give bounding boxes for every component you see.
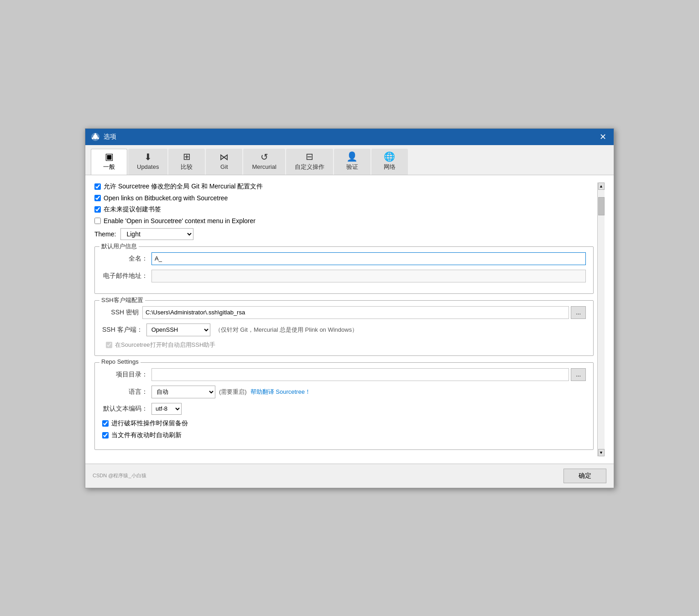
compare-icon: ⊞ xyxy=(183,152,191,161)
checkbox-bookmark[interactable] xyxy=(94,206,101,213)
ssh-client-note: （仅针对 Git，Mercurial 总是使用 Plink on Windows… xyxy=(215,326,358,334)
tab-general[interactable]: ▣ 一般 xyxy=(91,149,127,175)
git-icon: ⋈ xyxy=(219,152,229,162)
title-bar-left: 选项 xyxy=(91,132,116,141)
footer: CSDN @程序猿_小白猿 确定 xyxy=(85,464,614,488)
ssh-group: SSH客户端配置 SSH 密钥 ... SSH 客户端： OpenSSH PuT… xyxy=(94,300,594,356)
checkbox-bitbucket-label: Open links on Bitbucket.org with Sourcet… xyxy=(104,194,228,202)
fullname-input[interactable] xyxy=(151,252,586,265)
scrollbar: ▲ ▼ xyxy=(597,183,605,456)
email-row: 电子邮件地址： xyxy=(102,270,586,282)
svg-point-2 xyxy=(94,133,96,135)
ssh-key-label: SSH 密钥 xyxy=(102,308,139,317)
language-note: (需要重启) xyxy=(219,388,247,396)
tab-compare[interactable]: ⊞ 比较 xyxy=(168,149,205,175)
ssh-client-select-group: OpenSSH PuTTY/Plink （仅针对 Git，Mercurial 总… xyxy=(146,324,358,336)
window-title: 选项 xyxy=(104,133,116,141)
tab-custom-actions[interactable]: ⊟ 自定义操作 xyxy=(286,149,333,175)
checkbox-row-1: 允许 Sourcetree 修改您的全局 Git 和 Mercurial 配置文… xyxy=(94,183,594,191)
project-dir-label: 项目目录： xyxy=(102,371,148,379)
language-select[interactable]: 自动 English 中文(简体) 中文(繁體) 日本語 xyxy=(151,386,215,398)
fullname-label: 全名： xyxy=(102,255,148,263)
email-label: 电子邮件地址： xyxy=(102,272,148,280)
custom-actions-icon: ⊟ xyxy=(306,152,313,161)
tab-auth-label: 验证 xyxy=(346,163,358,171)
fullname-row: 全名： xyxy=(102,252,586,265)
options-window: 选项 ✕ ▣ 一般 ⬇ Updates ⊞ 比较 ⋈ Git ↺ Mercuri… xyxy=(85,128,614,488)
ssh-group-title: SSH客户端配置 xyxy=(99,296,145,304)
checkbox-context-menu-label: Enable 'Open in Sourcetree' context menu… xyxy=(104,217,256,224)
encoding-row: 默认文本编码： utf-8 gbk utf-16 latin-1 xyxy=(102,403,586,415)
tab-network-label: 网络 xyxy=(384,163,396,171)
checkbox-row-3: 在未来提议创建书签 xyxy=(94,205,594,214)
backup-label: 进行破坏性操作时保留备份 xyxy=(111,419,188,428)
network-icon: 🌐 xyxy=(384,152,395,161)
content-area: 允许 Sourcetree 修改您的全局 Git 和 Mercurial 配置文… xyxy=(85,175,614,464)
footer-note: CSDN @程序猿_小白猿 xyxy=(93,472,146,479)
scrollbar-thumb[interactable] xyxy=(598,197,605,215)
ssh-auto-checkbox[interactable] xyxy=(106,342,112,348)
project-dir-input[interactable] xyxy=(151,368,569,381)
project-dir-input-group: ... xyxy=(151,368,586,381)
ssh-auto-row: 在Sourcetree打开时自动启用SSH助手 xyxy=(102,341,586,349)
tab-updates-label: Updates xyxy=(137,163,159,170)
theme-row: Theme: Light Dark System xyxy=(94,228,594,240)
general-icon: ▣ xyxy=(105,152,114,161)
tab-compare-label: 比较 xyxy=(181,163,193,171)
checkbox-row-2: Open links on Bitbucket.org with Sourcet… xyxy=(94,194,594,202)
tab-network[interactable]: 🌐 网络 xyxy=(371,149,408,175)
ssh-key-input[interactable] xyxy=(142,306,569,319)
autorefresh-checkbox[interactable] xyxy=(102,432,109,439)
encoding-select[interactable]: utf-8 gbk utf-16 latin-1 xyxy=(151,403,182,415)
tab-git-label: Git xyxy=(220,163,228,170)
main-content: 允许 Sourcetree 修改您的全局 Git 和 Mercurial 配置文… xyxy=(94,183,597,456)
tab-general-label: 一般 xyxy=(103,163,115,171)
checkbox-context-menu[interactable] xyxy=(94,218,101,224)
project-dir-browse-button[interactable]: ... xyxy=(571,368,586,381)
backup-checkbox[interactable] xyxy=(102,420,109,427)
email-input[interactable] xyxy=(151,270,586,282)
svg-point-4 xyxy=(92,137,94,139)
updates-icon: ⬇ xyxy=(144,152,152,162)
tab-updates[interactable]: ⬇ Updates xyxy=(128,149,167,175)
svg-point-1 xyxy=(93,135,98,139)
title-bar: 选项 ✕ xyxy=(85,129,614,145)
autorefresh-label: 当文件有改动时自动刷新 xyxy=(111,431,182,439)
auth-icon: 👤 xyxy=(346,152,358,161)
scroll-down-arrow[interactable]: ▼ xyxy=(598,449,605,456)
checkbox-git-mercurial-label: 允许 Sourcetree 修改您的全局 Git 和 Mercurial 配置文… xyxy=(104,183,263,191)
language-row: 语言： 自动 English 中文(简体) 中文(繁體) 日本語 (需要重启) … xyxy=(102,386,586,398)
backup-row: 进行破坏性操作时保留备份 xyxy=(102,419,586,428)
translate-link[interactable]: 帮助翻译 Sourcetree！ xyxy=(250,388,311,396)
ssh-key-row: SSH 密钥 ... xyxy=(102,306,586,319)
close-button[interactable]: ✕ xyxy=(598,133,608,141)
ssh-client-row: SSH 客户端： OpenSSH PuTTY/Plink （仅针对 Git，Me… xyxy=(102,324,586,336)
tab-git[interactable]: ⋈ Git xyxy=(206,149,242,175)
ssh-auto-label: 在Sourcetree打开时自动启用SSH助手 xyxy=(115,341,215,349)
tab-mercurial[interactable]: ↺ Mercurial xyxy=(243,149,285,175)
project-dir-row: 项目目录： ... xyxy=(102,368,586,381)
default-user-group: 默认用户信息 全名： 电子邮件地址： xyxy=(94,246,594,294)
encoding-label: 默认文本编码： xyxy=(102,405,148,413)
checkbox-row-4: Enable 'Open in Sourcetree' context menu… xyxy=(94,217,594,224)
tab-custom-actions-label: 自定义操作 xyxy=(295,163,324,171)
ssh-key-browse-button[interactable]: ... xyxy=(571,306,586,319)
checkbox-bookmark-label: 在未来提议创建书签 xyxy=(104,205,161,214)
scroll-up-arrow[interactable]: ▲ xyxy=(598,183,605,190)
default-user-group-title: 默认用户信息 xyxy=(99,242,139,251)
tab-auth[interactable]: 👤 验证 xyxy=(334,149,370,175)
checkbox-bitbucket[interactable] xyxy=(94,195,101,201)
checkbox-git-mercurial[interactable] xyxy=(94,183,101,190)
ssh-key-input-group: ... xyxy=(142,306,586,319)
language-label: 语言： xyxy=(102,388,148,396)
theme-label: Theme: xyxy=(94,230,116,238)
repo-settings-group-title: Repo Settings xyxy=(99,358,141,365)
theme-select[interactable]: Light Dark System xyxy=(120,228,193,240)
ssh-client-select[interactable]: OpenSSH PuTTY/Plink xyxy=(146,324,210,336)
language-select-group: 自动 English 中文(简体) 中文(繁體) 日本語 (需要重启) 帮助翻译… xyxy=(151,386,311,398)
svg-point-3 xyxy=(97,137,99,139)
tabs-bar: ▣ 一般 ⬇ Updates ⊞ 比较 ⋈ Git ↺ Mercurial ⊟ … xyxy=(85,145,614,175)
mercurial-icon: ↺ xyxy=(261,152,268,162)
ssh-client-label: SSH 客户端： xyxy=(102,326,143,334)
ok-button[interactable]: 确定 xyxy=(563,469,606,483)
